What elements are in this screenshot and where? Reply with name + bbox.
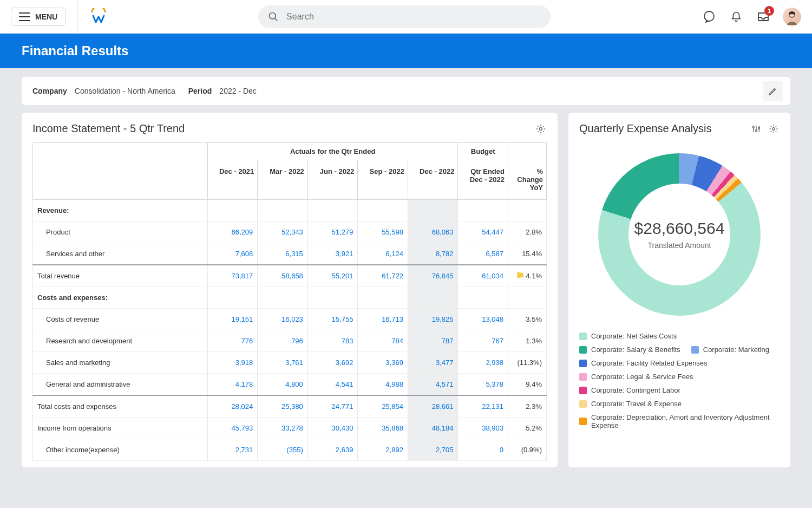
- cell[interactable]: 25,380: [258, 395, 308, 418]
- cell[interactable]: 30,430: [307, 418, 358, 439]
- cell[interactable]: 58,658: [258, 265, 308, 287]
- settings-button[interactable]: [535, 123, 547, 135]
- cell[interactable]: [258, 200, 308, 222]
- cell[interactable]: 776: [207, 330, 258, 352]
- cell[interactable]: 3,692: [307, 352, 358, 374]
- cell[interactable]: 5,378: [458, 374, 508, 396]
- table-row: General and administrative4,1784,8004,54…: [33, 374, 547, 396]
- cell[interactable]: [458, 287, 508, 309]
- cell[interactable]: 4,800: [258, 374, 308, 396]
- cell[interactable]: 3,369: [358, 352, 408, 374]
- cell[interactable]: 3,477: [408, 352, 458, 374]
- topbar: MENU 1: [0, 0, 812, 34]
- cell[interactable]: [207, 200, 258, 222]
- cell[interactable]: 2,892: [358, 439, 408, 461]
- cell[interactable]: 4,541: [307, 374, 358, 396]
- cell[interactable]: [458, 200, 508, 222]
- cell[interactable]: 2,731: [207, 439, 258, 461]
- cell[interactable]: 19,151: [207, 309, 258, 330]
- donut-chart[interactable]: $28,660,564 Translated Amount: [598, 153, 761, 316]
- cell[interactable]: 48,184: [408, 418, 458, 439]
- cell[interactable]: 783: [307, 330, 358, 352]
- bell-icon[interactable]: [729, 9, 744, 24]
- cell[interactable]: 73,817: [207, 265, 258, 287]
- cell[interactable]: 4,988: [358, 374, 408, 396]
- cell[interactable]: [258, 287, 308, 309]
- cell[interactable]: 6,587: [458, 243, 508, 265]
- cell[interactable]: 767: [458, 330, 508, 352]
- filter-button[interactable]: [750, 123, 762, 135]
- cell[interactable]: 35,868: [358, 418, 408, 439]
- menu-button[interactable]: MENU: [11, 8, 66, 26]
- cell[interactable]: 45,793: [207, 418, 258, 439]
- cell[interactable]: 76,845: [408, 265, 458, 287]
- legend-item[interactable]: Corporate: Net Sales Costs: [579, 332, 677, 340]
- cell[interactable]: 55,598: [358, 222, 408, 243]
- cell[interactable]: 52,343: [258, 222, 308, 243]
- cell[interactable]: 4,178: [207, 374, 258, 396]
- cell[interactable]: [408, 200, 458, 222]
- cell[interactable]: 51,279: [307, 222, 358, 243]
- cell[interactable]: 66,209: [207, 222, 258, 243]
- th-budget: Qtr Ended Dec - 2022: [458, 160, 508, 200]
- search-box[interactable]: [258, 5, 551, 28]
- cell[interactable]: 3,761: [258, 352, 308, 374]
- cell[interactable]: [358, 200, 408, 222]
- cell[interactable]: 22,131: [458, 395, 508, 418]
- legend-label: Corporate: Legal & Service Fees: [591, 373, 693, 381]
- legend-item[interactable]: Corporate: Legal & Service Fees: [579, 373, 693, 381]
- cell[interactable]: 38,903: [458, 418, 508, 439]
- search-input[interactable]: [286, 12, 541, 22]
- cell[interactable]: 2,705: [408, 439, 458, 461]
- cell[interactable]: 61,034: [458, 265, 508, 287]
- cell[interactable]: 7,608: [207, 243, 258, 265]
- cell[interactable]: 33,278: [258, 418, 308, 439]
- cell[interactable]: 2,938: [458, 352, 508, 374]
- inbox-icon[interactable]: 1: [756, 9, 771, 24]
- cell[interactable]: 61,722: [358, 265, 408, 287]
- legend-item[interactable]: Corporate: Depreciation, Amort and Inven…: [579, 413, 780, 429]
- cell[interactable]: 16,713: [358, 309, 408, 330]
- chat-icon[interactable]: [702, 9, 717, 24]
- filter-bar: Company Consolidation - North America Pe…: [22, 77, 790, 105]
- cell[interactable]: [307, 200, 358, 222]
- cell[interactable]: 784: [358, 330, 408, 352]
- cell[interactable]: (355): [258, 439, 308, 461]
- legend-item[interactable]: Corporate: Travel & Expense: [579, 400, 682, 408]
- cell[interactable]: 796: [258, 330, 308, 352]
- cell[interactable]: 68,063: [408, 222, 458, 243]
- cell[interactable]: 55,201: [307, 265, 358, 287]
- edit-filters-button[interactable]: [763, 81, 783, 101]
- cell[interactable]: 0: [458, 439, 508, 461]
- cell[interactable]: 28,661: [408, 395, 458, 418]
- legend-item[interactable]: Corporate: Contingent Labor: [579, 386, 680, 394]
- cell[interactable]: [408, 287, 458, 309]
- cell[interactable]: 15,755: [307, 309, 358, 330]
- cell[interactable]: [207, 287, 258, 309]
- cell[interactable]: [358, 287, 408, 309]
- legend-item[interactable]: Corporate: Facility Related Expenses: [579, 359, 708, 367]
- legend-item[interactable]: Corporate: Marketing: [691, 346, 769, 354]
- cell[interactable]: 4,571: [408, 374, 458, 396]
- cell[interactable]: 3,921: [307, 243, 358, 265]
- cell[interactable]: 19,825: [408, 309, 458, 330]
- legend-item[interactable]: Corporate: Salary & Benefits: [579, 346, 680, 354]
- cell[interactable]: [307, 287, 358, 309]
- pct-cell: 9.4%: [508, 374, 546, 396]
- cell[interactable]: 54,447: [458, 222, 508, 243]
- cell[interactable]: 6,315: [258, 243, 308, 265]
- cell[interactable]: 2,639: [307, 439, 358, 461]
- cell[interactable]: 25,854: [358, 395, 408, 418]
- cell[interactable]: 13,048: [458, 309, 508, 330]
- cell[interactable]: 3,918: [207, 352, 258, 374]
- cell[interactable]: 6,124: [358, 243, 408, 265]
- cell[interactable]: 24,771: [307, 395, 358, 418]
- cell[interactable]: 28,024: [207, 395, 258, 418]
- cell[interactable]: 16,023: [258, 309, 308, 330]
- cell[interactable]: 8,782: [408, 243, 458, 265]
- cell[interactable]: 787: [408, 330, 458, 352]
- expense-settings-button[interactable]: [768, 123, 780, 135]
- avatar[interactable]: [783, 8, 801, 26]
- workday-logo-icon[interactable]: [90, 8, 107, 25]
- divider: [77, 0, 78, 34]
